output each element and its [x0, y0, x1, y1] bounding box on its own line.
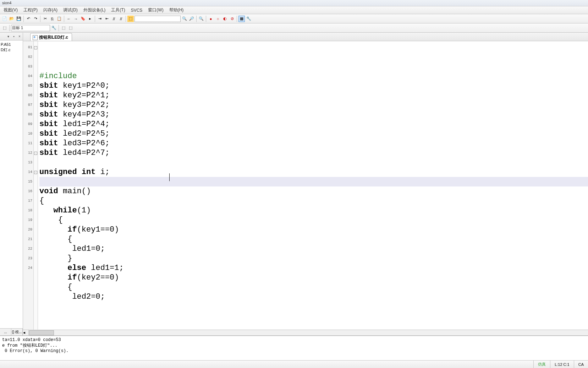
bookmark-next-icon[interactable]: ▸: [87, 16, 93, 22]
toolbar-separator: [9, 25, 10, 31]
redo-icon[interactable]: ↷: [32, 16, 39, 22]
status-caps: CA: [574, 361, 588, 368]
configure-icon[interactable]: 🔧: [246, 16, 252, 22]
window-tile-icon[interactable]: ▦: [238, 16, 245, 22]
menu-help[interactable]: 帮助(H): [166, 6, 187, 14]
uncomment-icon[interactable]: //: [118, 16, 124, 22]
comment-icon[interactable]: //: [111, 16, 117, 22]
toolbar-separator: [64, 16, 64, 22]
app-title: sion4: [2, 1, 11, 5]
sidebar-close-icon[interactable]: ×: [17, 34, 22, 39]
fold-column[interactable]: ---: [34, 41, 38, 330]
sidebar-dropdown-icon[interactable]: ▾: [6, 34, 11, 39]
build-toolbar: ⬚ 🔧 ⬚ ⬚: [0, 23, 588, 33]
editor-area: 按钮和LED灯.c 010203040506070809101112131415…: [23, 33, 588, 335]
target-select[interactable]: [11, 25, 50, 31]
toolbar-separator: [206, 16, 206, 22]
find-combo[interactable]: [134, 16, 181, 22]
copy-icon[interactable]: ⎘: [49, 16, 55, 22]
menu-view[interactable]: 视图(V): [1, 6, 21, 14]
output-line: e from "按钮和LED灯"...: [2, 342, 586, 348]
toolbar-separator: [237, 16, 237, 22]
menu-flash[interactable]: 闪存(A): [40, 6, 60, 14]
sidebar-tab[interactable]: {} 模...: [11, 329, 23, 335]
code-pane[interactable]: #includesbit key1=P2^0;sbit key2=P2^1;sb…: [38, 41, 588, 330]
menu-debug[interactable]: 调试(D): [60, 6, 81, 14]
debug-icon[interactable]: 🔍: [198, 16, 204, 22]
toolbar-separator: [23, 16, 24, 22]
build-icon[interactable]: ⬚: [60, 25, 67, 31]
file-tab[interactable]: 按钮和LED灯.c: [30, 33, 72, 41]
main-area: ▾ ▪ × P.A51 D灯.c ... {} 模... 按钮和LED灯.c 0…: [0, 33, 588, 335]
c-file-icon: [33, 35, 38, 40]
menu-tools[interactable]: 工具(T): [108, 6, 128, 14]
toolbar-separator: [59, 25, 59, 31]
tree-item[interactable]: D灯.c: [1, 47, 22, 53]
translate-icon[interactable]: ⬚: [1, 25, 8, 31]
toolbar-separator: [40, 16, 40, 22]
sidebar-tabs: ... {} 模...: [0, 328, 23, 335]
menu-svcs[interactable]: SVCS: [128, 7, 145, 13]
find-in-files-icon[interactable]: 🔍: [181, 16, 188, 22]
outdent-icon[interactable]: ⇤: [104, 16, 110, 22]
menu-window[interactable]: 窗口(W): [145, 6, 166, 14]
code-editor[interactable]: 0102030405060708091011121314151617181920…: [23, 41, 588, 330]
undo-icon[interactable]: ↶: [25, 16, 32, 22]
breakpoint-disable-icon[interactable]: ◐: [222, 16, 228, 22]
status-bar: 仿真 L:12 C:1 CA: [0, 360, 588, 368]
breakpoint-insert-icon[interactable]: ●: [208, 16, 214, 22]
rebuild-icon[interactable]: ⬚: [67, 25, 74, 31]
menu-project[interactable]: 工程(P): [21, 6, 40, 14]
output-line: 0 Error(s), 0 Warning(s).: [2, 348, 586, 353]
text-cursor: [169, 173, 170, 181]
breakpoint-kill-icon[interactable]: ⊘: [229, 16, 235, 22]
save-icon[interactable]: 💾: [16, 16, 22, 22]
toolbar-separator: [95, 16, 95, 22]
menu-peripherals[interactable]: 外围设备(L): [81, 6, 109, 14]
nav-fwd-icon[interactable]: →: [73, 16, 79, 22]
project-sidebar: ▾ ▪ × P.A51 D灯.c ... {} 模...: [0, 33, 23, 335]
nav-back-icon[interactable]: ←: [66, 16, 72, 22]
build-output-panel[interactable]: ta=11.0 xdata=0 code=53 e from "按钮和LED灯"…: [0, 335, 588, 360]
status-cursor-pos: L:12 C:1: [550, 361, 574, 368]
tree-item[interactable]: P.A51: [1, 42, 22, 47]
breakpoint-enable-icon[interactable]: ○: [215, 16, 221, 22]
horizontal-scrollbar[interactable]: ◂: [23, 330, 588, 335]
toolbar-separator: [126, 16, 126, 22]
sidebar-tab[interactable]: ...: [0, 329, 11, 335]
line-number-gutter: 0102030405060708091011121314151617181920…: [23, 41, 34, 330]
output-line: ta=11.0 xdata=0 code=53: [2, 337, 586, 342]
file-tab-label: 按钮和LED灯.c: [39, 34, 68, 40]
find-icon[interactable]: ⬚: [127, 16, 134, 22]
menu-bar: 视图(V) 工程(P) 闪存(A) 调试(D) 外围设备(L) 工具(T) SV…: [0, 6, 588, 14]
cut-icon[interactable]: ✂: [42, 16, 48, 22]
options-icon[interactable]: 🔧: [51, 25, 57, 31]
scroll-thumb[interactable]: [29, 330, 54, 335]
toolbar-separator: [196, 16, 197, 22]
sidebar-header: ▾ ▪ ×: [0, 33, 23, 40]
project-tree[interactable]: P.A51 D灯.c: [0, 40, 23, 328]
main-toolbar: 📄 📂 💾 ↶ ↷ ✂ ⎘ 📋 ← → 🔖 ▸ ⇥ ⇤ // // ⬚ 🔍 🔎 …: [0, 14, 588, 23]
bookmark-icon[interactable]: 🔖: [80, 16, 86, 22]
indent-icon[interactable]: ⇥: [97, 16, 103, 22]
editor-tab-bar: 按钮和LED灯.c: [23, 33, 588, 41]
new-file-icon[interactable]: 📄: [1, 16, 8, 22]
paste-icon[interactable]: 📋: [56, 16, 62, 22]
open-file-icon[interactable]: 📂: [9, 16, 15, 22]
incremental-find-icon[interactable]: 🔎: [188, 16, 195, 22]
status-simulation: 仿真: [533, 361, 550, 368]
sidebar-pin-icon[interactable]: ▪: [11, 34, 16, 39]
title-bar: sion4: [0, 0, 588, 6]
scroll-left-icon[interactable]: ◂: [23, 330, 29, 336]
